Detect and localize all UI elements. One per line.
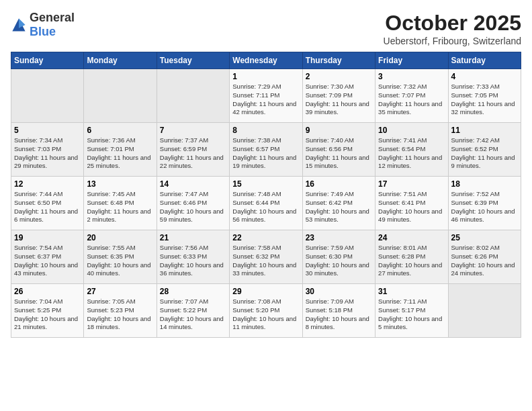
day-info: Sunrise: 7:32 AM Sunset: 7:07 PM Dayligh… (378, 83, 445, 117)
location-title: Ueberstorf, Fribourg, Switzerland (384, 36, 521, 46)
header-friday: Friday (375, 52, 448, 69)
calendar-cell: 23Sunrise: 7:59 AM Sunset: 6:30 PM Dayli… (302, 230, 375, 284)
calendar-cell: 7Sunrise: 7:37 AM Sunset: 6:59 PM Daylig… (157, 123, 229, 177)
day-info: Sunrise: 7:55 AM Sunset: 6:35 PM Dayligh… (87, 244, 153, 278)
day-number: 12 (14, 179, 81, 189)
calendar-cell: 28Sunrise: 7:07 AM Sunset: 5:22 PM Dayli… (157, 284, 229, 338)
calendar-week-5: 26Sunrise: 7:04 AM Sunset: 5:25 PM Dayli… (11, 284, 521, 338)
day-info: Sunrise: 7:58 AM Sunset: 6:32 PM Dayligh… (232, 244, 299, 278)
calendar-cell: 6Sunrise: 7:36 AM Sunset: 7:01 PM Daylig… (84, 123, 157, 177)
calendar-cell: 19Sunrise: 7:54 AM Sunset: 6:37 PM Dayli… (11, 230, 84, 284)
header-wednesday: Wednesday (230, 52, 302, 69)
day-number: 2 (306, 72, 372, 81)
header-monday: Monday (84, 52, 157, 69)
day-number: 8 (232, 126, 299, 135)
day-info: Sunrise: 7:54 AM Sunset: 6:37 PM Dayligh… (14, 244, 81, 278)
day-number: 1 (232, 72, 299, 81)
calendar-cell (11, 69, 84, 123)
day-info: Sunrise: 7:34 AM Sunset: 7:03 PM Dayligh… (14, 136, 81, 171)
calendar-cell: 27Sunrise: 7:05 AM Sunset: 5:23 PM Dayli… (84, 284, 157, 338)
day-info: Sunrise: 7:37 AM Sunset: 6:59 PM Dayligh… (160, 136, 226, 171)
calendar-cell: 12Sunrise: 7:44 AM Sunset: 6:50 PM Dayli… (11, 177, 84, 230)
calendar-cell: 8Sunrise: 7:38 AM Sunset: 6:57 PM Daylig… (230, 123, 302, 177)
day-info: Sunrise: 7:49 AM Sunset: 6:42 PM Dayligh… (306, 190, 372, 224)
day-info: Sunrise: 7:33 AM Sunset: 7:05 PM Dayligh… (451, 83, 518, 117)
calendar-cell: 14Sunrise: 7:47 AM Sunset: 6:46 PM Dayli… (157, 177, 229, 230)
calendar-week-2: 5Sunrise: 7:34 AM Sunset: 7:03 PM Daylig… (11, 123, 521, 177)
calendar-cell: 18Sunrise: 7:52 AM Sunset: 6:39 PM Dayli… (448, 177, 521, 230)
day-info: Sunrise: 7:47 AM Sunset: 6:46 PM Dayligh… (160, 190, 226, 224)
calendar-cell: 15Sunrise: 7:48 AM Sunset: 6:44 PM Dayli… (230, 177, 302, 230)
day-number: 11 (451, 126, 518, 135)
day-info: Sunrise: 7:38 AM Sunset: 6:57 PM Dayligh… (232, 136, 299, 171)
calendar-header-row: SundayMondayTuesdayWednesdayThursdayFrid… (11, 52, 521, 69)
calendar-cell (448, 284, 521, 338)
calendar-cell: 17Sunrise: 7:51 AM Sunset: 6:41 PM Dayli… (375, 177, 448, 230)
day-number: 21 (160, 233, 226, 242)
header-thursday: Thursday (302, 52, 375, 69)
logo-blue: Blue (30, 25, 56, 38)
day-info: Sunrise: 7:05 AM Sunset: 5:23 PM Dayligh… (87, 298, 153, 332)
calendar-week-1: 1Sunrise: 7:29 AM Sunset: 7:11 PM Daylig… (11, 69, 521, 123)
day-number: 3 (378, 72, 445, 81)
header-saturday: Saturday (448, 52, 521, 69)
calendar-cell: 2Sunrise: 7:30 AM Sunset: 7:09 PM Daylig… (302, 69, 375, 123)
calendar-week-4: 19Sunrise: 7:54 AM Sunset: 6:37 PM Dayli… (11, 230, 521, 284)
day-info: Sunrise: 7:45 AM Sunset: 6:48 PM Dayligh… (87, 190, 153, 224)
day-number: 4 (451, 72, 518, 81)
calendar-cell: 20Sunrise: 7:55 AM Sunset: 6:35 PM Dayli… (84, 230, 157, 284)
calendar-cell: 10Sunrise: 7:41 AM Sunset: 6:54 PM Dayli… (375, 123, 448, 177)
day-number: 26 (14, 287, 81, 296)
day-number: 13 (87, 179, 153, 189)
header-tuesday: Tuesday (157, 52, 229, 69)
calendar-cell: 25Sunrise: 8:02 AM Sunset: 6:26 PM Dayli… (448, 230, 521, 284)
calendar-cell (84, 69, 157, 123)
day-info: Sunrise: 7:36 AM Sunset: 7:01 PM Dayligh… (87, 136, 153, 171)
calendar-cell: 24Sunrise: 8:01 AM Sunset: 6:28 PM Dayli… (375, 230, 448, 284)
day-info: Sunrise: 7:42 AM Sunset: 6:52 PM Dayligh… (451, 136, 518, 171)
calendar-cell: 16Sunrise: 7:49 AM Sunset: 6:42 PM Dayli… (302, 177, 375, 230)
day-info: Sunrise: 7:59 AM Sunset: 6:30 PM Dayligh… (306, 244, 372, 278)
day-info: Sunrise: 7:51 AM Sunset: 6:41 PM Dayligh… (378, 190, 445, 224)
calendar-cell: 29Sunrise: 7:08 AM Sunset: 5:20 PM Dayli… (230, 284, 302, 338)
logo-icon (11, 17, 27, 33)
logo-general: General (30, 11, 75, 24)
day-info: Sunrise: 7:40 AM Sunset: 6:56 PM Dayligh… (306, 136, 372, 171)
day-info: Sunrise: 7:41 AM Sunset: 6:54 PM Dayligh… (378, 136, 445, 171)
day-number: 30 (306, 287, 372, 296)
month-title: October 2025 (384, 11, 521, 36)
calendar-cell (157, 69, 229, 123)
day-number: 19 (14, 233, 81, 242)
day-number: 17 (378, 179, 445, 189)
day-number: 18 (451, 179, 518, 189)
calendar-cell: 22Sunrise: 7:58 AM Sunset: 6:32 PM Dayli… (230, 230, 302, 284)
page-header: General Blue October 2025 Ueberstorf, Fr… (11, 11, 521, 46)
day-info: Sunrise: 7:08 AM Sunset: 5:20 PM Dayligh… (232, 298, 299, 332)
day-number: 24 (378, 233, 445, 242)
header-sunday: Sunday (11, 52, 84, 69)
day-info: Sunrise: 7:09 AM Sunset: 5:18 PM Dayligh… (306, 298, 372, 332)
day-number: 27 (87, 287, 153, 296)
calendar-cell: 30Sunrise: 7:09 AM Sunset: 5:18 PM Dayli… (302, 284, 375, 338)
day-number: 9 (306, 126, 372, 135)
calendar-cell: 4Sunrise: 7:33 AM Sunset: 7:05 PM Daylig… (448, 69, 521, 123)
day-info: Sunrise: 7:11 AM Sunset: 5:17 PM Dayligh… (378, 298, 445, 332)
calendar-table: SundayMondayTuesdayWednesdayThursdayFrid… (11, 52, 521, 338)
logo: General Blue (11, 11, 75, 39)
day-number: 25 (451, 233, 518, 242)
day-number: 10 (378, 126, 445, 135)
calendar-cell: 1Sunrise: 7:29 AM Sunset: 7:11 PM Daylig… (230, 69, 302, 123)
calendar-cell: 21Sunrise: 7:56 AM Sunset: 6:33 PM Dayli… (157, 230, 229, 284)
day-info: Sunrise: 8:02 AM Sunset: 6:26 PM Dayligh… (451, 244, 518, 278)
calendar-cell: 9Sunrise: 7:40 AM Sunset: 6:56 PM Daylig… (302, 123, 375, 177)
calendar-cell: 3Sunrise: 7:32 AM Sunset: 7:07 PM Daylig… (375, 69, 448, 123)
day-number: 23 (306, 233, 372, 242)
day-info: Sunrise: 7:56 AM Sunset: 6:33 PM Dayligh… (160, 244, 226, 278)
day-info: Sunrise: 7:48 AM Sunset: 6:44 PM Dayligh… (232, 190, 299, 224)
day-info: Sunrise: 7:29 AM Sunset: 7:11 PM Dayligh… (232, 83, 299, 117)
day-number: 16 (306, 179, 372, 189)
day-number: 15 (232, 179, 299, 189)
calendar-cell: 5Sunrise: 7:34 AM Sunset: 7:03 PM Daylig… (11, 123, 84, 177)
day-number: 5 (14, 126, 81, 135)
logo-text: General Blue (30, 11, 75, 39)
